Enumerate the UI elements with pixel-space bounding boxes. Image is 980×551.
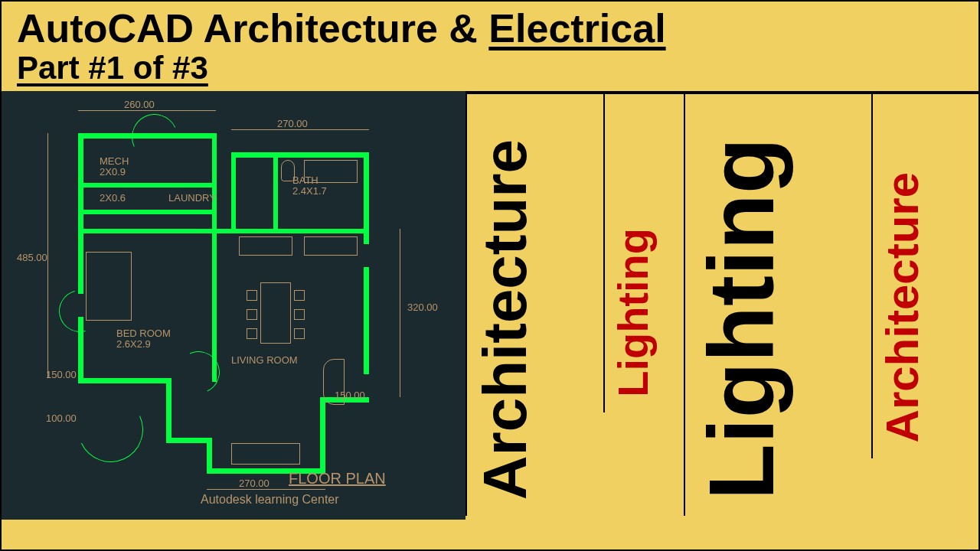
room-bath-size: 2.4X1.7 [292, 185, 327, 197]
wall [273, 152, 278, 233]
wall [78, 229, 369, 233]
room-living: LIVING ROOM [231, 355, 298, 366]
fixture-chair [294, 290, 305, 301]
room-mech2: 2X0.6 [100, 193, 126, 204]
fixture-sofa [231, 443, 300, 465]
header: AutoCAD Architecture & Electrical Part #… [2, 2, 978, 91]
door-arc-icon [69, 388, 152, 471]
fixture-sofa [323, 359, 345, 405]
wall [166, 378, 172, 443]
wall [320, 397, 325, 474]
wall [78, 378, 170, 383]
wall [78, 210, 216, 214]
fixture-chair [247, 328, 257, 339]
card-lighting-small: Lighting [603, 91, 684, 412]
wall [166, 438, 212, 443]
room-mech-size: 2X0.9 [100, 166, 126, 178]
dimension-bottom: 270.00 [239, 478, 270, 489]
floorplan-panel: 260.00 270.00 485.00 320.00 150.00 100.0… [2, 91, 466, 520]
room-bedroom-size: 2.6X2.9 [116, 338, 151, 350]
room-mech2-size: 2X0.6 [100, 192, 126, 204]
fixture-counter [304, 236, 358, 256]
room-mech: MECH 2X0.9 [100, 156, 129, 178]
dimension-right: 320.00 [407, 302, 438, 313]
fixture-toilet [281, 160, 295, 181]
card-label: Architecture [876, 172, 929, 442]
door-arc-icon [172, 345, 225, 399]
content-row: 260.00 270.00 485.00 320.00 150.00 100.0… [2, 91, 978, 520]
title-prefix: AutoCAD Architecture & [17, 6, 488, 51]
room-bedroom-label: BED ROOM [116, 328, 171, 339]
card-architecture-large: Architecture [466, 91, 603, 516]
title-underlined: Electrical [488, 6, 665, 51]
cards-row: Architecture Lighting Lighting Architect… [466, 91, 978, 520]
main-title: AutoCAD Architecture & Electrical [17, 8, 963, 50]
card-label: Architecture [470, 139, 541, 500]
dimension-left: 485.00 [17, 252, 47, 263]
fixture-tub [304, 160, 358, 183]
door-arc-icon [126, 107, 185, 166]
room-mech-label: MECH [100, 155, 129, 167]
dimension-line [47, 133, 48, 378]
dimension-line [400, 229, 400, 397]
dimension-top-right: 270.00 [277, 118, 308, 129]
dimension-line [207, 489, 325, 490]
fixture-chair [294, 328, 305, 339]
fixture-counter [239, 236, 292, 256]
wall [231, 152, 369, 158]
dimension-top-left: 260.00 [124, 99, 155, 110]
room-bedroom: BED ROOM 2.6X2.9 [116, 328, 171, 350]
dimension-mid-left: 150.00 [46, 369, 77, 380]
dimension-bottom-far-left: 100.00 [46, 412, 77, 424]
floorplan-title: FLOOR PLAN [289, 470, 386, 487]
dimension-line [78, 110, 216, 111]
wall [231, 152, 236, 233]
wall [78, 183, 216, 187]
fixture-chair [247, 309, 257, 320]
card-architecture-small: Architecture [871, 91, 978, 458]
fixture-chair [247, 290, 257, 301]
fixture-table [260, 282, 291, 344]
floorplan-subtitle: Autodesk learning Center [201, 493, 339, 507]
dimension-line [231, 129, 369, 130]
card-label: Lighting [688, 138, 794, 500]
card-lighting-large: Lighting [684, 91, 871, 516]
wall [364, 267, 369, 374]
subtitle: Part #1 of #3 [17, 50, 963, 86]
room-laundry: LAUNDRY [168, 193, 216, 204]
fixture-chair [294, 309, 305, 320]
card-label: Lighting [608, 228, 658, 397]
